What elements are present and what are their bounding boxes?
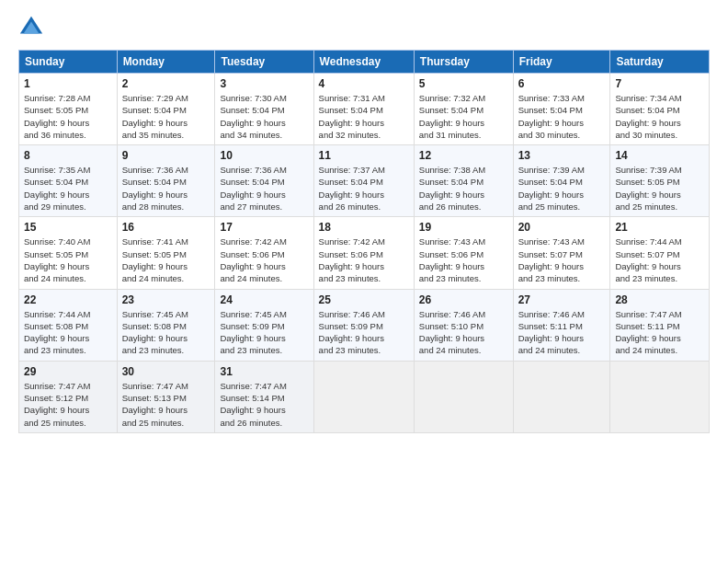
- day-info: Sunrise: 7:31 AM Sunset: 5:04 PM Dayligh…: [319, 92, 409, 141]
- day-info: Sunrise: 7:45 AM Sunset: 5:09 PM Dayligh…: [220, 308, 308, 357]
- day-number: 18: [319, 221, 409, 234]
- day-number: 20: [518, 221, 606, 234]
- day-number: 2: [122, 77, 210, 90]
- day-info: Sunrise: 7:28 AM Sunset: 5:05 PM Dayligh…: [24, 92, 112, 141]
- day-number: 19: [419, 221, 508, 234]
- day-info: Sunrise: 7:47 AM Sunset: 5:12 PM Dayligh…: [24, 380, 112, 429]
- day-cell-20: 20 Sunrise: 7:43 AM Sunset: 5:07 PM Dayl…: [513, 217, 610, 289]
- weekday-header-row: SundayMondayTuesdayWednesdayThursdayFrid…: [19, 51, 710, 74]
- day-number: 26: [419, 293, 508, 306]
- day-cell-30: 30 Sunrise: 7:47 AM Sunset: 5:13 PM Dayl…: [117, 361, 215, 432]
- day-cell-17: 17 Sunrise: 7:42 AM Sunset: 5:06 PM Dayl…: [215, 217, 313, 289]
- day-number: 7: [615, 77, 704, 90]
- weekday-header-monday: Monday: [117, 51, 215, 74]
- day-info: Sunrise: 7:39 AM Sunset: 5:05 PM Dayligh…: [615, 164, 704, 213]
- day-cell-16: 16 Sunrise: 7:41 AM Sunset: 5:05 PM Dayl…: [117, 217, 215, 289]
- day-cell-10: 10 Sunrise: 7:36 AM Sunset: 5:04 PM Dayl…: [215, 145, 313, 217]
- day-info: Sunrise: 7:47 AM Sunset: 5:13 PM Dayligh…: [122, 380, 210, 429]
- day-cell-29: 29 Sunrise: 7:47 AM Sunset: 5:12 PM Dayl…: [19, 361, 118, 432]
- day-info: Sunrise: 7:47 AM Sunset: 5:14 PM Dayligh…: [220, 380, 308, 429]
- weekday-header-wednesday: Wednesday: [313, 51, 414, 74]
- day-info: Sunrise: 7:41 AM Sunset: 5:05 PM Dayligh…: [122, 236, 210, 284]
- week-row-3: 15 Sunrise: 7:40 AM Sunset: 5:05 PM Dayl…: [19, 217, 710, 289]
- day-cell-23: 23 Sunrise: 7:45 AM Sunset: 5:08 PM Dayl…: [117, 289, 215, 361]
- day-info: Sunrise: 7:46 AM Sunset: 5:11 PM Dayligh…: [518, 308, 606, 357]
- day-number: 17: [220, 221, 308, 234]
- day-cell-13: 13 Sunrise: 7:39 AM Sunset: 5:04 PM Dayl…: [513, 145, 610, 217]
- day-number: 8: [24, 149, 112, 162]
- day-cell-31: 31 Sunrise: 7:47 AM Sunset: 5:14 PM Dayl…: [215, 361, 313, 432]
- day-cell-27: 27 Sunrise: 7:46 AM Sunset: 5:11 PM Dayl…: [513, 289, 610, 361]
- day-number: 10: [220, 149, 308, 162]
- day-cell-11: 11 Sunrise: 7:37 AM Sunset: 5:04 PM Dayl…: [313, 145, 414, 217]
- day-number: 23: [122, 293, 210, 306]
- day-number: 21: [615, 221, 704, 234]
- empty-cell: [313, 361, 414, 432]
- weekday-header-saturday: Saturday: [610, 51, 710, 74]
- day-info: Sunrise: 7:39 AM Sunset: 5:04 PM Dayligh…: [518, 164, 606, 213]
- day-cell-24: 24 Sunrise: 7:45 AM Sunset: 5:09 PM Dayl…: [215, 289, 313, 361]
- day-cell-19: 19 Sunrise: 7:43 AM Sunset: 5:06 PM Dayl…: [414, 217, 513, 289]
- day-info: Sunrise: 7:40 AM Sunset: 5:05 PM Dayligh…: [24, 236, 112, 284]
- day-number: 30: [122, 365, 210, 378]
- empty-cell: [513, 361, 610, 432]
- day-number: 1: [24, 77, 112, 90]
- day-number: 14: [615, 149, 704, 162]
- day-info: Sunrise: 7:34 AM Sunset: 5:04 PM Dayligh…: [615, 92, 704, 141]
- day-cell-28: 28 Sunrise: 7:47 AM Sunset: 5:11 PM Dayl…: [610, 289, 710, 361]
- day-number: 12: [419, 149, 508, 162]
- day-info: Sunrise: 7:43 AM Sunset: 5:06 PM Dayligh…: [419, 236, 508, 284]
- day-cell-7: 7 Sunrise: 7:34 AM Sunset: 5:04 PM Dayli…: [610, 74, 710, 145]
- day-number: 27: [518, 293, 606, 306]
- day-info: Sunrise: 7:44 AM Sunset: 5:08 PM Dayligh…: [24, 308, 112, 357]
- day-cell-26: 26 Sunrise: 7:46 AM Sunset: 5:10 PM Dayl…: [414, 289, 513, 361]
- day-number: 16: [122, 221, 210, 234]
- day-info: Sunrise: 7:45 AM Sunset: 5:08 PM Dayligh…: [122, 308, 210, 357]
- day-cell-18: 18 Sunrise: 7:42 AM Sunset: 5:06 PM Dayl…: [313, 217, 414, 289]
- day-number: 22: [24, 293, 112, 306]
- day-number: 24: [220, 293, 308, 306]
- day-info: Sunrise: 7:44 AM Sunset: 5:07 PM Dayligh…: [615, 236, 704, 284]
- day-cell-21: 21 Sunrise: 7:44 AM Sunset: 5:07 PM Dayl…: [610, 217, 710, 289]
- day-cell-4: 4 Sunrise: 7:31 AM Sunset: 5:04 PM Dayli…: [313, 74, 414, 145]
- day-info: Sunrise: 7:30 AM Sunset: 5:04 PM Dayligh…: [220, 92, 308, 141]
- day-cell-12: 12 Sunrise: 7:38 AM Sunset: 5:04 PM Dayl…: [414, 145, 513, 217]
- weekday-header-sunday: Sunday: [19, 51, 118, 74]
- day-number: 6: [518, 77, 606, 90]
- day-info: Sunrise: 7:46 AM Sunset: 5:10 PM Dayligh…: [419, 308, 508, 357]
- day-info: Sunrise: 7:42 AM Sunset: 5:06 PM Dayligh…: [220, 236, 308, 284]
- day-number: 13: [518, 149, 606, 162]
- day-number: 29: [24, 365, 112, 378]
- week-row-5: 29 Sunrise: 7:47 AM Sunset: 5:12 PM Dayl…: [19, 361, 710, 432]
- week-row-4: 22 Sunrise: 7:44 AM Sunset: 5:08 PM Dayl…: [19, 289, 710, 361]
- day-cell-3: 3 Sunrise: 7:30 AM Sunset: 5:04 PM Dayli…: [215, 74, 313, 145]
- logo-icon: [18, 15, 44, 40]
- day-info: Sunrise: 7:37 AM Sunset: 5:04 PM Dayligh…: [319, 164, 409, 213]
- logo: [18, 15, 48, 40]
- day-info: Sunrise: 7:47 AM Sunset: 5:11 PM Dayligh…: [615, 308, 704, 357]
- day-cell-14: 14 Sunrise: 7:39 AM Sunset: 5:05 PM Dayl…: [610, 145, 710, 217]
- day-number: 5: [419, 77, 508, 90]
- day-cell-2: 2 Sunrise: 7:29 AM Sunset: 5:04 PM Dayli…: [117, 74, 215, 145]
- weekday-header-tuesday: Tuesday: [215, 51, 313, 74]
- day-number: 28: [615, 293, 704, 306]
- day-cell-6: 6 Sunrise: 7:33 AM Sunset: 5:04 PM Dayli…: [513, 74, 610, 145]
- day-info: Sunrise: 7:38 AM Sunset: 5:04 PM Dayligh…: [419, 164, 508, 213]
- day-cell-25: 25 Sunrise: 7:46 AM Sunset: 5:09 PM Dayl…: [313, 289, 414, 361]
- calendar: SundayMondayTuesdayWednesdayThursdayFrid…: [18, 50, 710, 433]
- day-cell-9: 9 Sunrise: 7:36 AM Sunset: 5:04 PM Dayli…: [117, 145, 215, 217]
- day-number: 3: [220, 77, 308, 90]
- day-cell-15: 15 Sunrise: 7:40 AM Sunset: 5:05 PM Dayl…: [19, 217, 118, 289]
- day-info: Sunrise: 7:33 AM Sunset: 5:04 PM Dayligh…: [518, 92, 606, 141]
- week-row-1: 1 Sunrise: 7:28 AM Sunset: 5:05 PM Dayli…: [19, 74, 710, 145]
- day-info: Sunrise: 7:43 AM Sunset: 5:07 PM Dayligh…: [518, 236, 606, 284]
- header: [18, 15, 710, 40]
- day-info: Sunrise: 7:35 AM Sunset: 5:04 PM Dayligh…: [24, 164, 112, 213]
- day-info: Sunrise: 7:36 AM Sunset: 5:04 PM Dayligh…: [122, 164, 210, 213]
- day-number: 11: [319, 149, 409, 162]
- empty-cell: [610, 361, 710, 432]
- day-info: Sunrise: 7:29 AM Sunset: 5:04 PM Dayligh…: [122, 92, 210, 141]
- day-info: Sunrise: 7:36 AM Sunset: 5:04 PM Dayligh…: [220, 164, 308, 213]
- day-cell-8: 8 Sunrise: 7:35 AM Sunset: 5:04 PM Dayli…: [19, 145, 118, 217]
- day-info: Sunrise: 7:46 AM Sunset: 5:09 PM Dayligh…: [319, 308, 409, 357]
